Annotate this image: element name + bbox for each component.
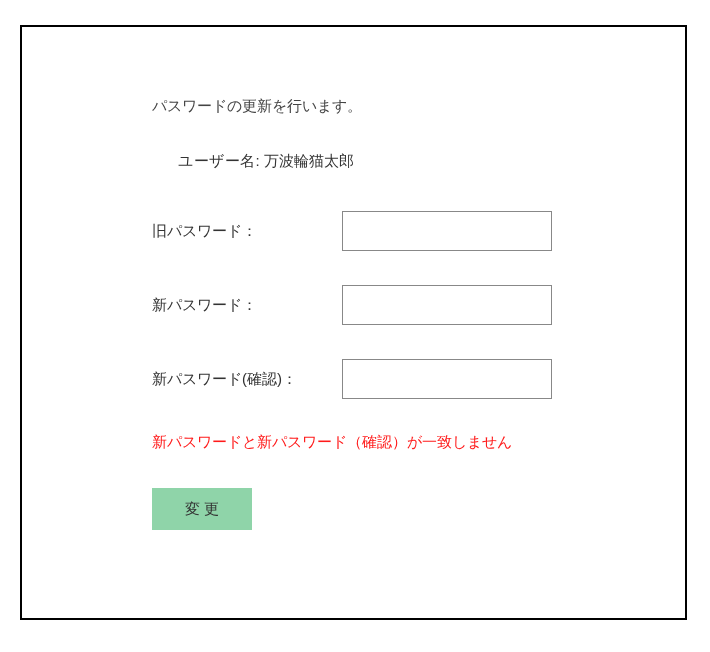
new-password-label: 新パスワード： [152,296,342,315]
new-password-row: 新パスワード： [152,285,575,325]
page-heading: パスワードの更新を行います。 [152,97,575,116]
submit-button[interactable]: 変更 [152,488,252,530]
username-value: 万波輪猫太郎 [264,152,354,169]
password-update-form: パスワードの更新を行います。 ユーザー名: 万波輪猫太郎 旧パスワード： 新パス… [20,25,687,620]
new-password-confirm-label: 新パスワード(確認)： [152,370,342,389]
username-row: ユーザー名: 万波輪猫太郎 [178,152,575,171]
new-password-confirm-input[interactable] [342,359,552,399]
new-password-confirm-row: 新パスワード(確認)： [152,359,575,399]
error-message: 新パスワードと新パスワード（確認）が一致しません [152,433,575,452]
old-password-label: 旧パスワード： [152,222,342,241]
old-password-row: 旧パスワード： [152,211,575,251]
new-password-input[interactable] [342,285,552,325]
username-label: ユーザー名: [178,152,260,169]
old-password-input[interactable] [342,211,552,251]
